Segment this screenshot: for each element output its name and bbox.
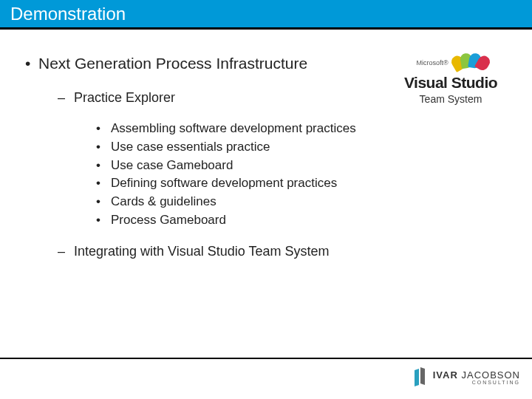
bullet-lvl3-text: Cards & guidelines — [111, 194, 216, 208]
bullet-lvl3: Cards & guidelines — [95, 194, 362, 211]
bullet-lvl3-text: Process Gameboard — [111, 213, 226, 227]
footer-tag: CONSULTING — [433, 380, 520, 385]
title-bar: Demonstration — [0, 0, 532, 30]
bullet-lvl3-text: Use case Gameboard — [111, 158, 233, 172]
bullet-lvl3: Use case Gameboard — [95, 157, 362, 174]
slide-title: Demonstration — [10, 4, 126, 24]
ij-text: IVAR JACOBSON CONSULTING — [433, 370, 520, 385]
footer-last: JACOBSON — [461, 369, 520, 381]
bullet-lvl2: Integrating with Visual Studio Team Syst… — [56, 242, 510, 260]
bullet-lvl3: Use case essentials practice — [95, 139, 362, 156]
footer-logo: IVAR JACOBSON CONSULTING — [412, 366, 520, 389]
bullet-lvl3: Assembling software development practice… — [95, 120, 362, 137]
slide: Demonstration Next Generation Process In… — [0, 0, 532, 399]
vs-ribbon-icon — [454, 53, 485, 72]
footer-first: IVAR — [433, 369, 458, 381]
bullet-lvl1-text: Next Generation Process Infrastructure — [38, 55, 307, 72]
vs-logo-top-row: Microsoft® — [384, 53, 517, 72]
product-label: Visual Studio — [384, 74, 517, 92]
footer-rule — [0, 358, 532, 359]
bullet-lvl2: Practice Explorer Assembling software de… — [56, 89, 510, 229]
bullet-lvl2-text: Integrating with Visual Studio Team Syst… — [74, 244, 330, 259]
ij-mark-icon — [412, 368, 429, 387]
subproduct-label: Team System — [384, 93, 517, 105]
visual-studio-logo: Microsoft® Visual Studio Team System — [384, 53, 517, 105]
bullet-lvl3-text: Use case essentials practice — [111, 140, 270, 154]
bullet-lvl3: Process Gameboard — [95, 212, 362, 229]
bullet-lvl3: Defining software development practices — [95, 175, 362, 192]
bullet-lvl3-text: Defining software development practices — [111, 176, 337, 190]
bullet-lvl3-text: Assembling software development practice… — [111, 121, 356, 135]
vendor-label: Microsoft® — [416, 59, 448, 66]
bullet-lvl2-text: Practice Explorer — [74, 90, 175, 105]
